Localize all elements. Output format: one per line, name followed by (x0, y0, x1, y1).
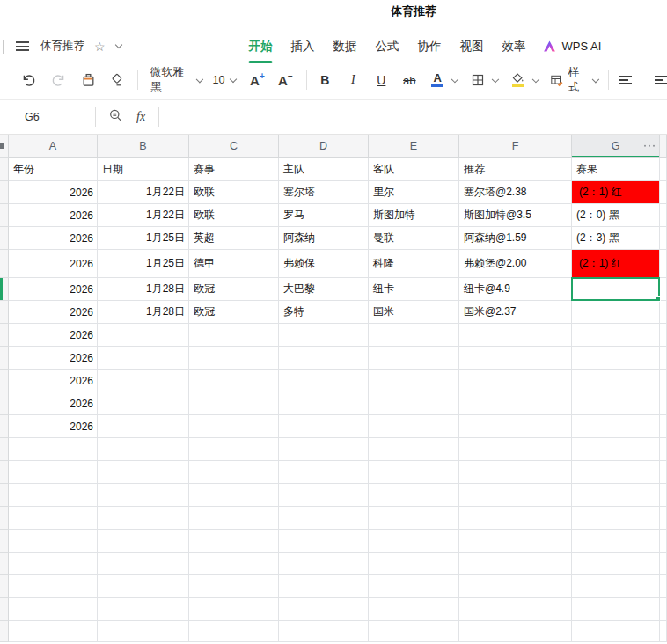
cell-E18[interactable] (369, 553, 459, 575)
cell-D1[interactable]: 主队 (279, 158, 369, 181)
row-header-21[interactable] (0, 621, 9, 642)
cell-A8[interactable]: 2026 (9, 324, 98, 347)
cell-E15[interactable] (369, 484, 459, 507)
borders-button[interactable] (468, 70, 487, 91)
cell-G13[interactable] (572, 438, 660, 461)
chevron-down-icon[interactable] (114, 41, 121, 48)
star-favorite-icon[interactable]: ☆ (94, 40, 106, 53)
cell-E13[interactable] (369, 438, 459, 461)
cell-A17[interactable] (9, 530, 98, 553)
cell-B8[interactable] (98, 324, 189, 347)
column-header-E[interactable]: E (369, 135, 459, 158)
cell-E2[interactable]: 里尔 (369, 181, 459, 204)
cell-C11[interactable] (189, 392, 279, 415)
cell-C1[interactable]: 赛事 (189, 158, 279, 181)
cell-A18[interactable] (9, 553, 98, 575)
cell-B21[interactable] (98, 621, 189, 642)
cell-B12[interactable] (98, 415, 189, 438)
cell-D14[interactable] (279, 461, 369, 484)
chevron-down-icon[interactable] (451, 75, 458, 82)
cell-F14[interactable] (459, 461, 572, 484)
cell-G5[interactable]: (2：1) 红 (572, 250, 660, 278)
cell-G11[interactable] (572, 392, 660, 415)
cell-G14[interactable] (572, 461, 660, 484)
cell-D8[interactable] (279, 324, 369, 347)
column-header-F[interactable]: F (459, 135, 572, 158)
cell-D18[interactable] (279, 553, 369, 575)
cell-G21[interactable] (572, 621, 660, 642)
undo-button[interactable] (18, 70, 38, 91)
row-header-11[interactable] (0, 392, 9, 415)
cell-C4[interactable]: 英超 (189, 227, 279, 250)
cell-G18[interactable] (572, 553, 660, 575)
row-header-1[interactable] (0, 158, 9, 181)
cell-C5[interactable]: 德甲 (189, 250, 279, 278)
name-box[interactable]: G6 (0, 111, 95, 123)
cell-G7[interactable] (572, 301, 660, 324)
font-color-button[interactable]: A (428, 70, 447, 91)
cell-E1[interactable]: 客队 (369, 158, 459, 181)
column-header-C[interactable]: C (189, 135, 279, 158)
cell-F4[interactable]: 阿森纳@1.59 (459, 227, 572, 250)
redo-button[interactable] (48, 70, 68, 91)
cell-E8[interactable] (369, 324, 459, 347)
cell-G16[interactable] (572, 507, 660, 530)
row-header-16[interactable] (0, 507, 9, 530)
cell-C18[interactable] (189, 553, 279, 575)
cell-A6[interactable]: 2026 (9, 278, 98, 301)
row-header-18[interactable] (0, 553, 9, 575)
cell-D15[interactable] (279, 484, 369, 507)
cell-B19[interactable] (98, 575, 189, 598)
cell-A19[interactable] (9, 575, 98, 598)
row-header-10[interactable] (0, 370, 9, 392)
column-header-A[interactable]: A (9, 135, 98, 158)
cell-B5[interactable]: 1月25日 (98, 250, 189, 278)
cell-G10[interactable] (572, 370, 660, 392)
cell-E11[interactable] (369, 392, 459, 415)
decrease-font-size-button[interactable]: A− (275, 70, 295, 91)
cell-C2[interactable]: 欧联 (189, 181, 279, 204)
cell-G4[interactable]: (2：3) 黑 (572, 227, 660, 250)
cell-C6[interactable]: 欧冠 (189, 278, 279, 301)
cell-E12[interactable] (369, 415, 459, 438)
row-header-12[interactable] (0, 415, 9, 438)
cell-B1[interactable]: 日期 (98, 158, 189, 181)
cell-F12[interactable] (459, 415, 572, 438)
cell-C20[interactable] (189, 598, 279, 621)
cell-D20[interactable] (279, 598, 369, 621)
cell-B10[interactable] (98, 370, 189, 392)
cell-B18[interactable] (98, 553, 189, 575)
cell-G12[interactable] (572, 415, 660, 438)
cell-C15[interactable] (189, 484, 279, 507)
row-header-8[interactable] (0, 324, 9, 347)
cell-F16[interactable] (459, 507, 572, 530)
wps-ai-button[interactable]: WPS AI (542, 40, 602, 53)
cell-F17[interactable] (459, 530, 572, 553)
cell-F13[interactable] (459, 438, 572, 461)
cell-B20[interactable] (98, 598, 189, 621)
cell-F9[interactable] (459, 347, 572, 370)
format-painter-button[interactable] (78, 70, 98, 91)
cell-A10[interactable]: 2026 (9, 370, 98, 392)
cell-F10[interactable] (459, 370, 572, 392)
cell-D6[interactable]: 大巴黎 (279, 278, 369, 301)
cell-D2[interactable]: 塞尔塔 (279, 181, 369, 204)
row-header-14[interactable] (0, 461, 9, 484)
tab-data[interactable]: 数据 (333, 37, 358, 56)
cell-A15[interactable] (9, 484, 98, 507)
row-header-13[interactable] (0, 438, 9, 461)
cell-A11[interactable]: 2026 (9, 392, 98, 415)
chevron-down-icon[interactable] (492, 75, 499, 82)
increase-font-size-button[interactable]: A+ (247, 70, 267, 91)
column-header-D[interactable]: D (279, 135, 369, 158)
cell-G17[interactable] (572, 530, 660, 553)
cell-B4[interactable]: 1月25日 (98, 227, 189, 250)
row-header-6[interactable] (0, 278, 9, 301)
cell-G15[interactable] (572, 484, 660, 507)
cell-G6[interactable] (572, 278, 660, 301)
cell-F20[interactable] (459, 598, 572, 621)
row-header-19[interactable] (0, 575, 9, 598)
cell-G3[interactable]: (2：0) 黑 (572, 204, 660, 227)
cell-E21[interactable] (369, 621, 459, 642)
cell-B14[interactable] (98, 461, 189, 484)
